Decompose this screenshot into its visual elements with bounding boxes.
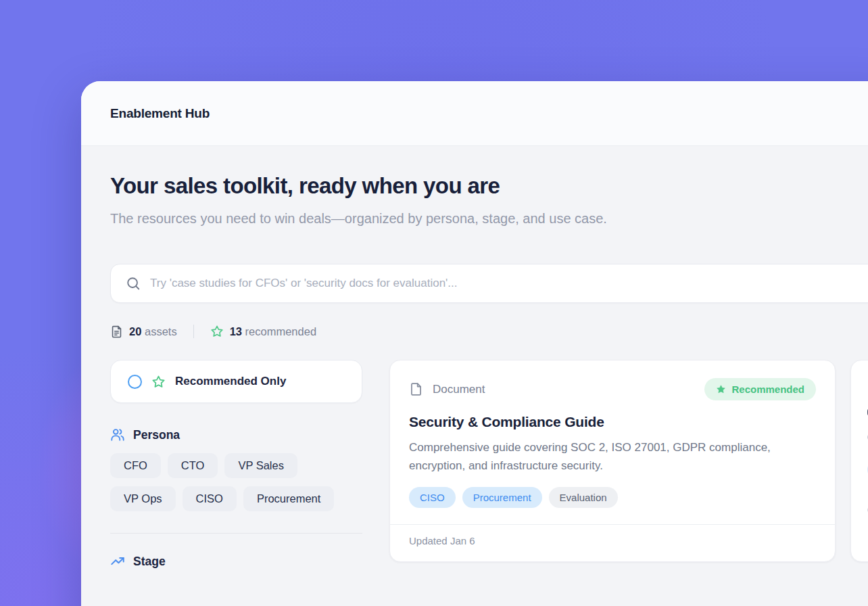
assets-label: assets [145,325,177,337]
search-bar[interactable] [110,264,868,303]
persona-chip[interactable]: VP Sales [224,453,297,478]
recommended-badge: Recommended [704,378,816,400]
trending-up-icon [110,554,125,569]
users-icon [110,427,125,442]
recommended-stat: 13 recommended [210,325,316,338]
stage-section-label: Stage [133,555,166,569]
stats-row: 20 assets 13 recommended [110,325,868,338]
recommended-only-toggle[interactable]: Recommended Only [110,360,362,403]
card-tag: Evaluation [549,487,618,508]
card-tag-list: CISOProcurementEvaluation [409,487,816,508]
content-area: Your sales toolkit, ready when you are T… [81,146,868,569]
persona-chip[interactable]: Procurement [243,486,334,511]
card-title: Security & Compliance Guide [409,414,816,430]
persona-filter-section: Persona CFOCTOVP SalesVP OpsCISOProcurem… [110,427,362,511]
enablement-hub-panel: Enablement Hub Your sales toolkit, ready… [81,81,868,606]
resource-card-partial[interactable] [850,360,868,562]
stage-filter-section: Stage [110,554,362,569]
recommended-label: recommended [245,325,316,337]
persona-chip-list: CFOCTOVP SalesVP OpsCISOProcurement [110,453,362,511]
persona-section-label: Persona [133,428,180,442]
panel-header: Enablement Hub [81,81,868,146]
stats-divider [193,325,194,338]
badge-label: Recommended [731,383,804,395]
resource-card[interactable]: Document Recommended Security & Complian… [389,360,836,562]
persona-chip[interactable]: VP Ops [110,486,176,511]
assets-count: 20 [129,325,141,337]
app-title: Enablement Hub [110,106,210,121]
star-filled-icon [716,384,726,394]
assets-stat: 20 assets [110,325,177,338]
card-tag: Procurement [462,487,542,508]
sidebar-divider [110,533,362,534]
persona-chip[interactable]: CTO [168,453,218,478]
card-description: Comprehensive guide covering SOC 2, ISO … [409,438,801,475]
search-input[interactable] [150,264,868,302]
star-icon [151,375,166,389]
radio-circle-icon[interactable] [128,375,142,389]
results-grid: Document Recommended Security & Complian… [389,360,868,562]
page-title: Your sales toolkit, ready when you are [110,173,868,199]
recommended-count: 13 [230,325,242,337]
file-text-icon [110,325,123,338]
card-updated: Updated Jan 6 [409,525,816,561]
filter-sidebar: Recommended Only Persona [110,360,362,569]
persona-chip[interactable]: CISO [183,486,237,511]
search-icon [126,276,141,291]
card-tag: CISO [409,487,456,508]
star-icon [210,325,224,338]
card-type-label: Document [433,383,485,396]
page-subtitle: The resources you need to win deals—orga… [110,207,624,230]
persona-chip[interactable]: CFO [110,453,161,478]
recommended-only-label: Recommended Only [175,375,286,388]
file-icon [409,382,423,396]
